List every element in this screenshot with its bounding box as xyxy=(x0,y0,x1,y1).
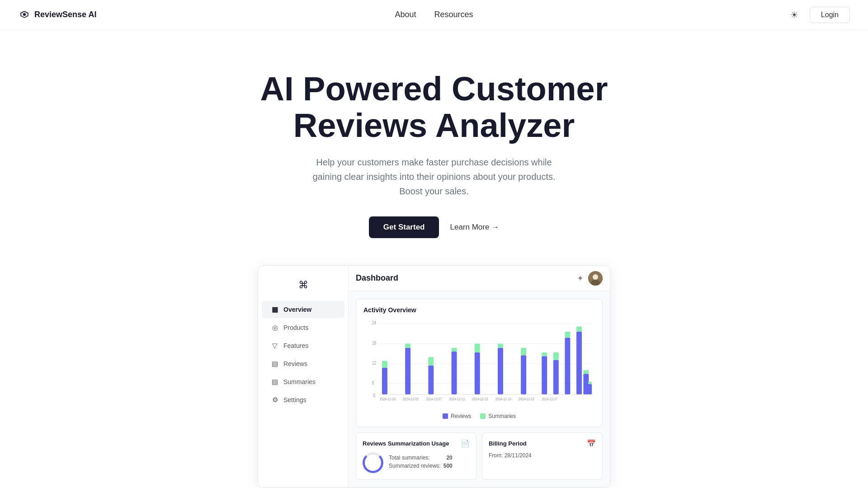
nav-right: ☀ Login xyxy=(786,7,850,23)
total-summaries-value: 20 xyxy=(446,455,452,461)
summarized-reviews-label: Summarized reviews: xyxy=(389,463,441,469)
svg-rect-18 xyxy=(428,366,434,394)
svg-rect-20 xyxy=(452,352,457,394)
login-button[interactable]: Login xyxy=(810,7,850,23)
get-started-button[interactable]: Get Started xyxy=(369,216,439,238)
reviews-icon: ▤ xyxy=(271,360,279,368)
hero-buttons: Get Started Learn More → xyxy=(18,216,850,238)
svg-rect-17 xyxy=(405,343,410,347)
svg-text:2024-12-07: 2024-12-07 xyxy=(426,397,442,400)
user-avatar[interactable] xyxy=(588,271,603,286)
svg-rect-24 xyxy=(498,348,503,394)
reviews-dot xyxy=(443,413,448,419)
sidebar-label-overview: Overview xyxy=(283,306,311,313)
sidebar-logo: ⌘ xyxy=(258,275,348,300)
hero-title: AI Powered Customer Reviews Analyzer xyxy=(231,70,637,144)
legend-reviews: Reviews xyxy=(443,413,471,419)
total-summaries-row: Total summaries: 20 xyxy=(389,455,453,461)
svg-rect-30 xyxy=(553,360,559,394)
svg-rect-21 xyxy=(452,348,457,352)
svg-rect-22 xyxy=(475,352,480,394)
svg-rect-28 xyxy=(542,356,547,394)
svg-rect-16 xyxy=(405,348,410,394)
summarized-reviews-row: Summarized reviews: 500 xyxy=(389,463,453,469)
summaries-dot xyxy=(480,413,486,419)
theme-toggle-button[interactable]: ☀ xyxy=(786,7,802,23)
sidebar-label-settings: Settings xyxy=(283,396,307,404)
svg-rect-19 xyxy=(428,357,434,366)
sidebar-label-summaries: Summaries xyxy=(283,378,316,385)
brand-logo[interactable]: ReviewSense AI xyxy=(18,9,96,21)
svg-rect-39 xyxy=(588,382,592,384)
header-settings-icon[interactable]: ✦ xyxy=(577,273,584,283)
sidebar-item-features[interactable]: ▽ Features xyxy=(262,337,344,354)
usage-donut-chart xyxy=(363,452,383,473)
svg-text:2024-11-29: 2024-11-29 xyxy=(380,397,396,400)
bottom-cards: Reviews Summarization Usage 📄 Total summ… xyxy=(356,432,603,480)
sidebar-item-products[interactable]: ◎ Products xyxy=(262,319,344,336)
svg-text:12: 12 xyxy=(372,360,376,366)
usage-card-title: Reviews Summarization Usage xyxy=(363,440,449,447)
nav-about[interactable]: About xyxy=(395,10,416,19)
svg-point-0 xyxy=(23,13,26,16)
svg-rect-15 xyxy=(382,361,387,367)
svg-text:2024-12-11: 2024-12-11 xyxy=(449,397,465,400)
dashboard-header: Dashboard ✦ xyxy=(349,266,610,291)
svg-text:2024-12-27: 2024-12-27 xyxy=(542,397,557,400)
svg-text:18: 18 xyxy=(372,340,376,346)
svg-text:24: 24 xyxy=(372,320,376,325)
bar-chart: 24 18 12 6 0 xyxy=(363,319,595,400)
sidebar-logo-icon: ⌘ xyxy=(298,279,308,291)
products-icon: ◎ xyxy=(271,324,279,332)
chart-title: Activity Overview xyxy=(363,306,595,314)
brand-name: ReviewSense AI xyxy=(34,10,96,19)
activity-chart-card: Activity Overview 24 18 12 6 0 xyxy=(356,299,603,427)
svg-text:6: 6 xyxy=(372,380,374,385)
svg-rect-34 xyxy=(576,332,582,394)
dashboard-header-right: ✦ xyxy=(577,271,603,286)
svg-rect-38 xyxy=(588,384,592,394)
svg-rect-33 xyxy=(565,332,570,338)
billing-card-icon: 📅 xyxy=(587,439,596,448)
sidebar: ⌘ ▦ Overview ◎ Products ▽ Features ▤ Rev… xyxy=(258,266,349,487)
billing-card-title: Billing Period xyxy=(489,440,527,447)
svg-text:2024-12-15: 2024-12-15 xyxy=(472,397,488,400)
sidebar-item-reviews[interactable]: ▤ Reviews xyxy=(262,355,344,372)
svg-rect-29 xyxy=(542,352,547,356)
nav-resources[interactable]: Resources xyxy=(434,10,473,19)
usage-stats: Total summaries: 20 Summarized reviews: … xyxy=(389,455,453,471)
svg-rect-14 xyxy=(382,368,387,394)
learn-more-button[interactable]: Learn More → xyxy=(450,223,499,232)
legend-summaries-label: Summaries xyxy=(488,413,516,419)
hero-subtitle: Help your customers make faster purchase… xyxy=(307,155,561,198)
dashboard-title: Dashboard xyxy=(356,273,398,283)
billing-from-label: From: 28/11/2024 xyxy=(489,452,532,459)
usage-card-icon: 📄 xyxy=(461,439,470,448)
sidebar-item-overview[interactable]: ▦ Overview xyxy=(262,301,344,318)
legend-summaries: Summaries xyxy=(480,413,516,419)
avatar-image xyxy=(588,271,603,286)
sidebar-item-summaries[interactable]: ▤ Summaries xyxy=(262,373,344,390)
svg-text:2024-12-19: 2024-12-19 xyxy=(495,397,511,400)
svg-rect-25 xyxy=(498,343,503,347)
chart-area: 24 18 12 6 0 xyxy=(363,319,595,409)
svg-rect-23 xyxy=(475,343,480,352)
svg-text:0: 0 xyxy=(373,393,375,398)
hero-section: AI Powered Customer Reviews Analyzer Hel… xyxy=(0,30,868,265)
total-summaries-label: Total summaries: xyxy=(389,455,430,461)
svg-rect-27 xyxy=(521,348,526,355)
svg-text:2024-12-23: 2024-12-23 xyxy=(519,397,534,400)
svg-rect-36 xyxy=(583,374,589,394)
usage-card: Reviews Summarization Usage 📄 Total summ… xyxy=(356,432,476,480)
navbar: ReviewSense AI About Resources ☀ Login xyxy=(0,0,868,30)
svg-point-2 xyxy=(593,274,598,280)
settings-icon: ⚙ xyxy=(271,396,279,404)
dashboard-preview: ⌘ ▦ Overview ◎ Products ▽ Features ▤ Rev… xyxy=(0,265,868,488)
logo-icon xyxy=(18,9,31,21)
svg-rect-37 xyxy=(583,370,589,374)
features-icon: ▽ xyxy=(271,342,279,350)
dashboard-main: Dashboard ✦ Activity Overview xyxy=(349,266,610,487)
svg-rect-31 xyxy=(553,352,559,360)
sidebar-label-features: Features xyxy=(283,342,308,349)
sidebar-item-settings[interactable]: ⚙ Settings xyxy=(262,391,344,408)
